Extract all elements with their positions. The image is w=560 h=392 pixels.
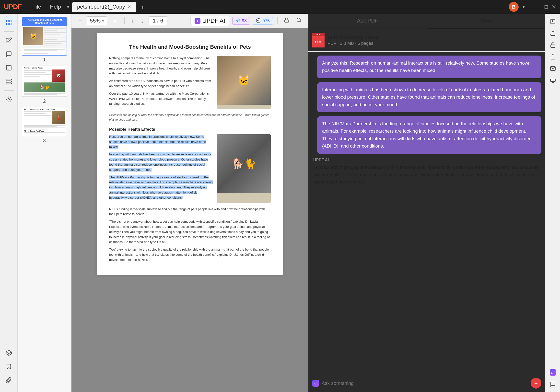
svg-rect-3 <box>9 23 11 25</box>
pdf-quote: "There's not one answer about how a pet … <box>109 219 271 245</box>
ai-input-area: U → <box>308 374 545 392</box>
purple-credits-badge[interactable]: 💎 98 <box>232 17 250 25</box>
svg-rect-1 <box>9 20 11 22</box>
share-icon[interactable] <box>548 51 558 62</box>
stamp-icon[interactable] <box>548 75 558 86</box>
close-button[interactable]: ✕ <box>552 4 556 10</box>
zoom-value: 55% <box>90 18 101 24</box>
profile-button[interactable]: B <box>509 2 519 12</box>
organize-icon[interactable] <box>2 75 15 88</box>
pdf-page: The Health and Mood-Boosting Benefits of… <box>97 33 283 275</box>
thumbnail-panel: The Health and Mood-Boosting Benefits of… <box>18 14 71 392</box>
pdf-cat-image: 🐱 <box>217 56 271 109</box>
maximize-button[interactable]: □ <box>545 4 548 10</box>
updf-ai-small-logo: U <box>312 380 319 387</box>
ai-file-details: pets report(2)_Copy PDF · 3.8 MB · 6 pag… <box>327 35 541 46</box>
blue-credits-badge[interactable]: 💬 975 <box>253 17 273 25</box>
prev-page-top-button[interactable]: ↑ <box>129 16 136 25</box>
minimize-button[interactable]: ─ <box>537 4 541 10</box>
purple-credits-value: 98 <box>242 18 247 23</box>
ai-label: UPDF AI <box>313 158 540 162</box>
page-current[interactable]: 1 <box>153 18 156 24</box>
ai-send-button[interactable]: → <box>531 378 541 389</box>
pdf-intro-3: Over the past 10 years, NIH has partnere… <box>109 91 213 106</box>
pdf-title: The Health and Mood-Boosting Benefits of… <box>109 43 271 51</box>
menu-help[interactable]: Help <box>47 2 64 12</box>
main-area: The Health and Mood-Boosting Benefits of… <box>0 14 560 392</box>
highlight-2: Interacting with animals has been shown … <box>109 152 211 171</box>
tab-dropdown[interactable]: ▾ <box>67 4 69 10</box>
export-icon[interactable] <box>548 28 558 39</box>
viewer-toolbar: − 55% ▾ ＋ ↑ ↓ 1 / 6 U UPDF AI 💎 98 <box>71 14 308 28</box>
pdf-health-2: Interacting with animals has been shown … <box>109 152 213 172</box>
mail-icon[interactable] <box>548 63 558 74</box>
svg-rect-10 <box>6 83 12 84</box>
edit-icon[interactable] <box>2 34 15 47</box>
highlight-3: The NIH/Mars Partnership is funding a ra… <box>109 175 213 199</box>
lock-icon[interactable] <box>548 40 558 50</box>
zoom-dropdown-icon[interactable]: ▾ <box>102 19 104 23</box>
tab-label: pets report(2)_Copy <box>77 4 125 10</box>
ai-file-name: pets report(2)_Copy <box>327 35 541 41</box>
highlight-1: Research on human-animal interactions is… <box>109 135 206 149</box>
updf-footer-icon[interactable]: U <box>548 367 558 378</box>
ai-file-info: PDF PDF pets report(2)_Copy PDF · 3.8 MB… <box>308 29 545 52</box>
ai-input-field[interactable] <box>322 380 528 386</box>
add-tab-button[interactable]: ＋ <box>137 2 148 12</box>
pdf-survey: NIH is funding large-scale surveys to fi… <box>109 207 271 217</box>
ai-response-1: UPDF AI This excerpt highlights that res… <box>312 158 541 186</box>
user-message-1: Analyze this: Research on human-animal i… <box>317 56 541 78</box>
lock-toolbar-icon[interactable] <box>282 16 291 25</box>
stack-icon[interactable] <box>2 346 15 359</box>
gem-icon: 💎 <box>235 18 241 23</box>
comment-icon[interactable] <box>2 48 15 60</box>
ai-file-meta: PDF · 3.8 MB · 6 pages <box>327 41 541 46</box>
svg-point-17 <box>297 18 301 22</box>
close-tab-icon[interactable]: ✕ <box>128 4 131 10</box>
pdf-quote2: "We're trying to tap into the subjective… <box>109 247 271 262</box>
tab-ask-pdf[interactable]: Ask PDF <box>308 14 427 29</box>
search-toolbar-button[interactable] <box>294 16 303 25</box>
pdf-intro-2: An estimated 68% of U.S. households have… <box>109 79 213 89</box>
updf-ai-button[interactable]: U UPDF AI <box>190 16 229 26</box>
svg-rect-8 <box>6 79 12 80</box>
pdf-viewer: − 55% ▾ ＋ ↑ ↓ 1 / 6 U UPDF AI 💎 98 <box>71 14 308 392</box>
pdf-health-1: Research on human-animal interactions is… <box>109 134 213 150</box>
thumbnail-3[interactable]: A Key Phase in the History of Tourism 🗼 … <box>22 107 67 143</box>
svg-line-18 <box>300 21 301 22</box>
svg-text:U: U <box>315 382 316 385</box>
pdf-dog-cat-image: 🐕🐈 <box>217 134 271 203</box>
thumbnails-icon[interactable] <box>2 16 15 29</box>
svg-point-11 <box>8 99 10 100</box>
pdf-caption-1: Scientists are looking at what the poten… <box>109 113 271 122</box>
svg-rect-16 <box>285 20 289 22</box>
pdf-intro-1: Nothing compares to the joy of coming ho… <box>109 56 213 76</box>
zoom-display[interactable]: 55% ▾ <box>87 16 107 25</box>
attach-icon[interactable] <box>2 374 15 387</box>
next-page-button[interactable]: ↓ <box>139 16 146 25</box>
svg-rect-23 <box>551 45 555 47</box>
window-controls: B ▾ ─ □ ✕ <box>509 2 556 12</box>
thumbnail-1[interactable]: The Health and Mood-Boosting Benefits of… <box>22 17 67 63</box>
bookmark-list-icon[interactable] <box>2 360 15 373</box>
tab-pets-report[interactable]: pets report(2)_Copy ✕ <box>72 2 136 12</box>
form-icon[interactable] <box>2 61 15 74</box>
thumbnail-2[interactable]: Animals Helping People 🐶 🐕🐈 2 <box>22 66 67 104</box>
zoom-out-button[interactable]: − <box>76 16 84 25</box>
left-sidebar <box>0 14 18 392</box>
svg-text:U: U <box>551 371 553 375</box>
tab-chat[interactable]: Chat <box>427 14 545 29</box>
ocr-icon[interactable] <box>548 16 558 27</box>
ai-tabs: Ask PDF Chat <box>308 14 545 29</box>
svg-rect-0 <box>6 20 8 22</box>
chat-footer-icon[interactable] <box>548 379 558 390</box>
ai-response-text: This excerpt highlights that research on… <box>313 164 540 186</box>
svg-rect-2 <box>6 23 8 25</box>
updf-ai-label: UPDF AI <box>202 17 225 24</box>
ai-sidebar-icon[interactable] <box>2 93 15 106</box>
titlebar: UPDF File Help ▾ pets report(2)_Copy ✕ ＋… <box>0 0 560 14</box>
zoom-in-button[interactable]: ＋ <box>110 16 120 26</box>
menu-file[interactable]: File <box>29 2 44 12</box>
dropdown-icon[interactable]: ▾ <box>523 4 525 10</box>
pdf-file-icon: PDF PDF <box>312 33 325 47</box>
